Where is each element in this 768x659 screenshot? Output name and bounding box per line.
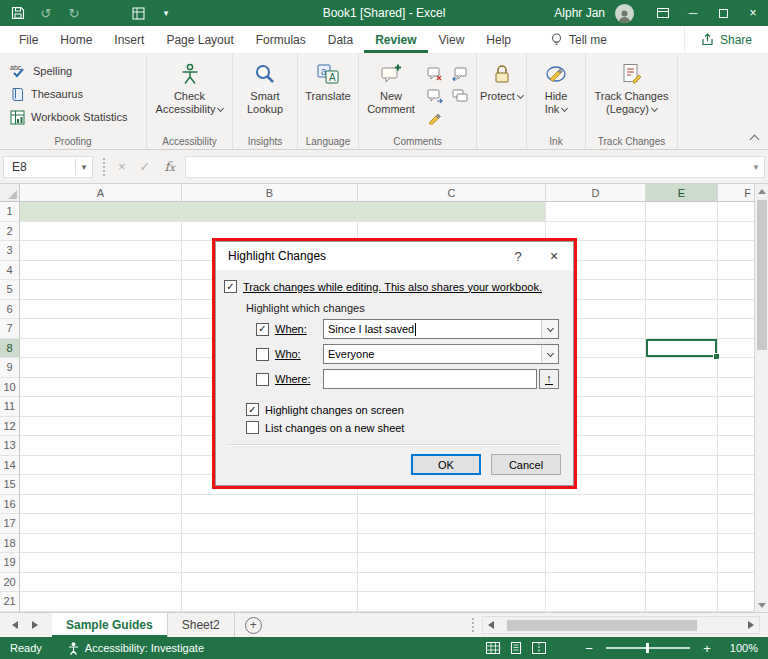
ribbon-tab-help[interactable]: Help (475, 26, 522, 53)
cell-A17[interactable] (20, 514, 182, 534)
cell-C18[interactable] (358, 534, 546, 554)
check-accessibility-button[interactable]: Check Accessibility (150, 57, 230, 133)
cell-E1[interactable] (646, 202, 718, 222)
workbook-statistics-button[interactable]: Workbook Statistics (10, 107, 127, 127)
zoom-level[interactable]: 100% (724, 642, 758, 654)
column-header-B[interactable]: B (182, 184, 358, 201)
ribbon-tab-review[interactable]: Review (364, 26, 427, 53)
ribbon-tab-insert[interactable]: Insert (103, 26, 155, 53)
row-header-15[interactable]: 15 (0, 475, 20, 495)
horizontal-scroll-thumb[interactable] (507, 620, 697, 631)
ribbon-tab-home[interactable]: Home (49, 26, 103, 53)
touch-mouse-mode-icon[interactable] (130, 5, 146, 21)
cell-A1[interactable] (20, 202, 182, 222)
cell-D17[interactable] (546, 514, 646, 534)
row-header-1[interactable]: 1 (0, 202, 20, 222)
when-combo[interactable]: Since I last saved (323, 319, 559, 339)
cell-A13[interactable] (20, 436, 182, 456)
zoom-slider-thumb[interactable] (646, 643, 649, 653)
cell-D19[interactable] (546, 553, 646, 573)
row-header-10[interactable]: 10 (0, 378, 20, 398)
highlight-on-screen-checkbox[interactable] (246, 403, 259, 416)
cell-E7[interactable] (646, 319, 718, 339)
ribbon-tab-view[interactable]: View (428, 26, 476, 53)
normal-view-icon[interactable] (486, 642, 500, 654)
sheet-tab-sheet2[interactable]: Sheet2 (168, 613, 235, 637)
user-avatar[interactable] (615, 4, 634, 23)
cell-E12[interactable] (646, 417, 718, 437)
cell-A3[interactable] (20, 241, 182, 261)
cell-E2[interactable] (646, 222, 718, 242)
ribbon-tab-formulas[interactable]: Formulas (245, 26, 317, 53)
cell-A8[interactable] (20, 339, 182, 359)
cell-D20[interactable] (546, 573, 646, 593)
cell-E16[interactable] (646, 495, 718, 515)
cell-C20[interactable] (358, 573, 546, 593)
list-changes-new-sheet-checkbox[interactable] (246, 421, 259, 434)
zoom-out-button[interactable]: − (582, 641, 596, 656)
horizontal-scrollbar[interactable] (482, 616, 760, 634)
close-button[interactable]: × (738, 0, 768, 26)
row-header-8[interactable]: 8 (0, 339, 20, 359)
row-header-6[interactable]: 6 (0, 300, 20, 320)
ribbon-display-options-icon[interactable] (648, 0, 678, 26)
name-box[interactable]: E8 ▾ (3, 156, 93, 178)
cell-A4[interactable] (20, 261, 182, 281)
row-header-7[interactable]: 7 (0, 319, 20, 339)
minimize-button[interactable]: ─ (678, 0, 708, 26)
column-header-E[interactable]: E (646, 184, 718, 201)
tab-scroll-splitter[interactable] (472, 618, 476, 632)
cell-E11[interactable] (646, 397, 718, 417)
cell-E3[interactable] (646, 241, 718, 261)
signed-in-user[interactable]: Alphr Jan (554, 6, 605, 20)
row-header-13[interactable]: 13 (0, 436, 20, 456)
row-header-16[interactable]: 16 (0, 495, 20, 515)
accessibility-status[interactable]: Accessibility: Investigate (68, 642, 204, 655)
cell-E13[interactable] (646, 436, 718, 456)
cell-D1[interactable] (546, 202, 646, 222)
cell-A19[interactable] (20, 553, 182, 573)
vertical-scroll-thumb[interactable] (757, 200, 767, 350)
row-header-12[interactable]: 12 (0, 417, 20, 437)
cell-E9[interactable] (646, 358, 718, 378)
cell-B17[interactable] (182, 514, 358, 534)
row-header-21[interactable]: 21 (0, 592, 20, 612)
ok-button[interactable]: OK (411, 454, 481, 475)
dialog-title-bar[interactable]: Highlight Changes ? × (216, 242, 573, 270)
cell-B16[interactable] (182, 495, 358, 515)
dialog-help-button[interactable]: ? (501, 249, 535, 264)
row-header-18[interactable]: 18 (0, 534, 20, 554)
scroll-down-icon[interactable] (755, 598, 768, 612)
show-comments-button[interactable] (448, 85, 472, 106)
tell-me-box[interactable]: Tell me (550, 26, 607, 53)
cell-C17[interactable] (358, 514, 546, 534)
cell-A16[interactable] (20, 495, 182, 515)
page-layout-view-icon[interactable] (509, 642, 523, 654)
cell-A2[interactable] (20, 222, 182, 242)
cell-B21[interactable] (182, 592, 358, 612)
cell-E19[interactable] (646, 553, 718, 573)
show-ink-button[interactable] (423, 107, 447, 128)
cell-B18[interactable] (182, 534, 358, 554)
new-comment-button[interactable]: New Comment (361, 57, 421, 133)
previous-sheet-icon[interactable] (12, 621, 18, 629)
track-changes-legacy-button[interactable]: Track Changes (Legacy) (588, 57, 675, 133)
cell-B1[interactable] (182, 202, 358, 222)
cell-A5[interactable] (20, 280, 182, 300)
spelling-button[interactable]: abc Spelling (10, 61, 127, 81)
cell-A12[interactable] (20, 417, 182, 437)
cancel-formula-icon[interactable]: × (118, 159, 126, 174)
cell-E10[interactable] (646, 378, 718, 398)
row-header-11[interactable]: 11 (0, 397, 20, 417)
cell-A20[interactable] (20, 573, 182, 593)
formula-bar-drag-handle[interactable] (103, 158, 108, 176)
cell-A11[interactable] (20, 397, 182, 417)
page-break-preview-icon[interactable] (532, 642, 546, 654)
zoom-in-button[interactable]: + (700, 641, 714, 656)
cell-D18[interactable] (546, 534, 646, 554)
sheet-tab-sample-guides[interactable]: Sample Guides (52, 613, 168, 637)
vertical-scrollbar[interactable] (754, 184, 768, 612)
column-header-D[interactable]: D (546, 184, 646, 201)
row-header-14[interactable]: 14 (0, 456, 20, 476)
scroll-up-icon[interactable] (755, 184, 768, 198)
